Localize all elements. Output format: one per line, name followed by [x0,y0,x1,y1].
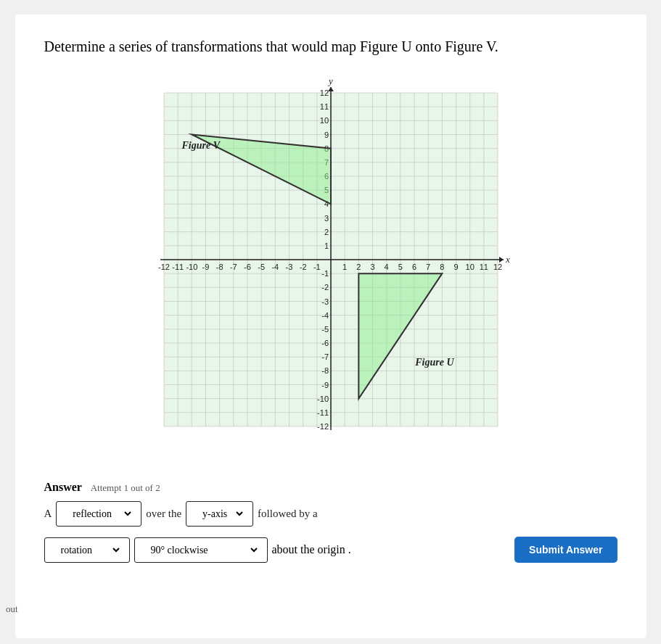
about-origin-label: about the origin . [272,543,351,556]
answer-label: Answer Attempt 1 out of 2 [44,481,617,494]
figure-u-label: Figure U [415,357,453,368]
transformation-select-box[interactable]: reflection rotation translation dilation [56,501,141,527]
over-the-label: over the [146,508,181,520]
bottom-row: rotation reflection translation dilation… [44,537,617,563]
graph-container: Figure V Figure U [44,71,617,448]
page-container: Determine a series of transformations th… [15,15,646,638]
rotation-degree-select[interactable]: 90° clockwise 90° counter-clockwise 180°… [142,541,260,559]
attempt-label: Attempt 1 out of 2 [91,482,160,493]
figure-v-label: Figure V [182,140,221,152]
submit-button[interactable]: Submit Answer [514,537,617,563]
answer-section: Answer Attempt 1 out of 2 A reflection r… [44,470,617,574]
out-label: out [6,603,18,615]
second-transformation-select-box[interactable]: rotation reflection translation dilation [44,537,130,563]
rotation-degree-select-box[interactable]: 90° clockwise 90° counter-clockwise 180°… [134,537,268,563]
transformation-select[interactable]: reflection rotation translation dilation [64,505,134,523]
second-transformation-select[interactable]: rotation reflection translation dilation [52,541,122,559]
coordinate-graph [142,71,520,448]
prefix-a: A [44,508,52,520]
axis-select[interactable]: y-axis x-axis y=x y=-x [194,505,245,523]
followed-by-label: followed by a [258,508,317,520]
axis-select-box[interactable]: y-axis x-axis y=x y=-x [186,501,253,527]
answer-row-1: A reflection rotation translation dilati… [44,501,617,527]
graph-wrapper: Figure V Figure U [142,71,520,448]
answer-row-2: rotation reflection translation dilation… [44,537,351,563]
question-title: Determine a series of transformations th… [44,36,617,57]
